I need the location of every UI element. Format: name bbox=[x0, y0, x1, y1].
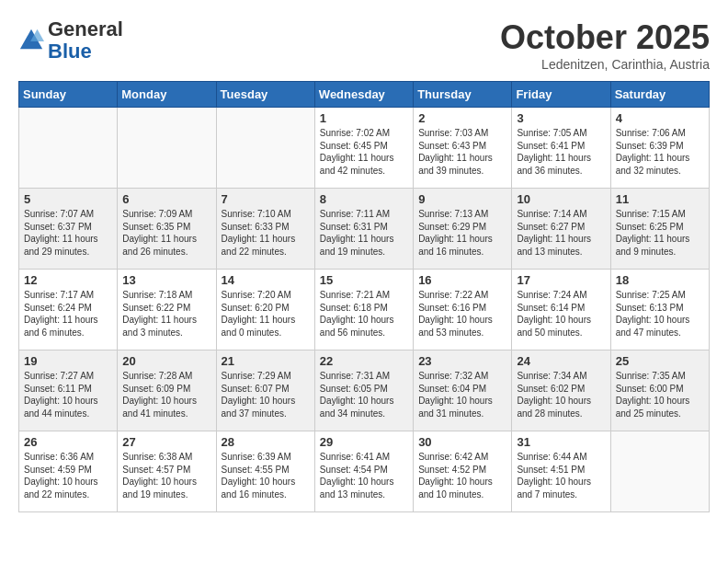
calendar-cell: 23Sunrise: 7:32 AM Sunset: 6:04 PM Dayli… bbox=[414, 350, 512, 431]
day-header-thursday: Thursday bbox=[414, 82, 512, 108]
day-number: 12 bbox=[24, 273, 112, 287]
calendar-cell: 7Sunrise: 7:10 AM Sunset: 6:33 PM Daylig… bbox=[216, 189, 314, 270]
calendar-table: SundayMondayTuesdayWednesdayThursdayFrid… bbox=[18, 81, 710, 512]
calendar-cell: 21Sunrise: 7:29 AM Sunset: 6:07 PM Dayli… bbox=[216, 350, 314, 431]
day-info: Sunrise: 7:09 AM Sunset: 6:35 PM Dayligh… bbox=[122, 208, 210, 258]
day-number: 22 bbox=[320, 354, 408, 368]
day-info: Sunrise: 7:32 AM Sunset: 6:04 PM Dayligh… bbox=[418, 370, 506, 419]
calendar-cell: 28Sunrise: 6:39 AM Sunset: 4:55 PM Dayli… bbox=[216, 431, 314, 512]
day-info: Sunrise: 7:35 AM Sunset: 6:00 PM Dayligh… bbox=[616, 370, 704, 419]
calendar-cell: 11Sunrise: 7:15 AM Sunset: 6:25 PM Dayli… bbox=[610, 189, 709, 270]
day-info: Sunrise: 6:41 AM Sunset: 4:54 PM Dayligh… bbox=[320, 451, 408, 500]
day-number: 28 bbox=[222, 435, 310, 449]
day-info: Sunrise: 7:10 AM Sunset: 6:33 PM Dayligh… bbox=[222, 208, 310, 258]
logo-icon bbox=[18, 28, 44, 53]
day-number: 8 bbox=[320, 192, 408, 206]
day-info: Sunrise: 7:17 AM Sunset: 6:24 PM Dayligh… bbox=[24, 289, 112, 339]
calendar-cell: 27Sunrise: 6:38 AM Sunset: 4:57 PM Dayli… bbox=[118, 431, 216, 512]
calendar-cell bbox=[19, 108, 118, 189]
day-header-saturday: Saturday bbox=[610, 82, 709, 108]
day-info: Sunrise: 7:28 AM Sunset: 6:09 PM Dayligh… bbox=[122, 370, 210, 419]
day-number: 30 bbox=[418, 435, 506, 449]
day-number: 6 bbox=[122, 192, 210, 206]
calendar-cell: 15Sunrise: 7:21 AM Sunset: 6:18 PM Dayli… bbox=[314, 270, 413, 350]
calendar-week-row: 12Sunrise: 7:17 AM Sunset: 6:24 PM Dayli… bbox=[19, 270, 710, 350]
day-header-tuesday: Tuesday bbox=[216, 82, 314, 108]
day-number: 25 bbox=[616, 354, 704, 368]
calendar-cell: 13Sunrise: 7:18 AM Sunset: 6:22 PM Dayli… bbox=[118, 270, 216, 350]
month-title: October 2025 bbox=[500, 18, 710, 57]
calendar-cell: 26Sunrise: 6:36 AM Sunset: 4:59 PM Dayli… bbox=[19, 431, 118, 512]
day-number: 27 bbox=[122, 435, 210, 449]
calendar-cell: 18Sunrise: 7:25 AM Sunset: 6:13 PM Dayli… bbox=[610, 270, 709, 350]
calendar-week-row: 19Sunrise: 7:27 AM Sunset: 6:11 PM Dayli… bbox=[19, 350, 710, 431]
day-info: Sunrise: 7:27 AM Sunset: 6:11 PM Dayligh… bbox=[24, 370, 112, 419]
page-header: General Blue October 2025 Ledenitzen, Ca… bbox=[18, 18, 710, 72]
day-number: 10 bbox=[517, 192, 605, 206]
calendar-cell: 25Sunrise: 7:35 AM Sunset: 6:00 PM Dayli… bbox=[610, 350, 709, 431]
calendar-week-row: 1Sunrise: 7:02 AM Sunset: 6:45 PM Daylig… bbox=[19, 108, 710, 189]
logo: General Blue bbox=[18, 18, 123, 63]
calendar-cell: 22Sunrise: 7:31 AM Sunset: 6:05 PM Dayli… bbox=[314, 350, 413, 431]
day-number: 2 bbox=[418, 111, 506, 125]
calendar-cell bbox=[118, 108, 216, 189]
day-header-wednesday: Wednesday bbox=[314, 82, 413, 108]
calendar-cell: 8Sunrise: 7:11 AM Sunset: 6:31 PM Daylig… bbox=[314, 189, 413, 270]
day-number: 7 bbox=[222, 192, 310, 206]
calendar-cell: 20Sunrise: 7:28 AM Sunset: 6:09 PM Dayli… bbox=[118, 350, 216, 431]
day-number: 21 bbox=[222, 354, 310, 368]
day-info: Sunrise: 6:42 AM Sunset: 4:52 PM Dayligh… bbox=[418, 451, 506, 500]
day-info: Sunrise: 7:18 AM Sunset: 6:22 PM Dayligh… bbox=[122, 289, 210, 339]
day-number: 16 bbox=[418, 273, 506, 287]
day-number: 26 bbox=[24, 435, 112, 449]
day-number: 19 bbox=[24, 354, 112, 368]
day-info: Sunrise: 7:31 AM Sunset: 6:05 PM Dayligh… bbox=[320, 370, 408, 419]
day-number: 3 bbox=[517, 111, 605, 125]
calendar-cell: 31Sunrise: 6:44 AM Sunset: 4:51 PM Dayli… bbox=[512, 431, 610, 512]
day-number: 18 bbox=[616, 273, 704, 287]
calendar-cell: 9Sunrise: 7:13 AM Sunset: 6:29 PM Daylig… bbox=[414, 189, 512, 270]
calendar-cell: 10Sunrise: 7:14 AM Sunset: 6:27 PM Dayli… bbox=[512, 189, 610, 270]
day-number: 15 bbox=[320, 273, 408, 287]
calendar-cell: 30Sunrise: 6:42 AM Sunset: 4:52 PM Dayli… bbox=[414, 431, 512, 512]
day-info: Sunrise: 6:44 AM Sunset: 4:51 PM Dayligh… bbox=[517, 451, 605, 500]
calendar-cell bbox=[216, 108, 314, 189]
day-info: Sunrise: 7:05 AM Sunset: 6:41 PM Dayligh… bbox=[517, 127, 605, 177]
calendar-header-row: SundayMondayTuesdayWednesdayThursdayFrid… bbox=[19, 82, 710, 108]
calendar-cell bbox=[610, 431, 709, 512]
calendar-cell: 5Sunrise: 7:07 AM Sunset: 6:37 PM Daylig… bbox=[19, 189, 118, 270]
day-number: 17 bbox=[517, 273, 605, 287]
day-number: 13 bbox=[122, 273, 210, 287]
day-info: Sunrise: 7:15 AM Sunset: 6:25 PM Dayligh… bbox=[616, 208, 704, 258]
day-header-monday: Monday bbox=[118, 82, 216, 108]
day-number: 9 bbox=[418, 192, 506, 206]
calendar-cell: 14Sunrise: 7:20 AM Sunset: 6:20 PM Dayli… bbox=[216, 270, 314, 350]
title-block: October 2025 Ledenitzen, Carinthia, Aust… bbox=[500, 18, 710, 72]
day-info: Sunrise: 6:39 AM Sunset: 4:55 PM Dayligh… bbox=[222, 451, 310, 500]
calendar-cell: 2Sunrise: 7:03 AM Sunset: 6:43 PM Daylig… bbox=[414, 108, 512, 189]
calendar-cell: 16Sunrise: 7:22 AM Sunset: 6:16 PM Dayli… bbox=[414, 270, 512, 350]
day-info: Sunrise: 7:25 AM Sunset: 6:13 PM Dayligh… bbox=[616, 289, 704, 339]
calendar-week-row: 5Sunrise: 7:07 AM Sunset: 6:37 PM Daylig… bbox=[19, 189, 710, 270]
day-info: Sunrise: 7:14 AM Sunset: 6:27 PM Dayligh… bbox=[517, 208, 605, 258]
logo-text: General Blue bbox=[48, 18, 123, 63]
day-info: Sunrise: 7:13 AM Sunset: 6:29 PM Dayligh… bbox=[418, 208, 506, 258]
day-number: 5 bbox=[24, 192, 112, 206]
calendar-week-row: 26Sunrise: 6:36 AM Sunset: 4:59 PM Dayli… bbox=[19, 431, 710, 512]
day-info: Sunrise: 7:03 AM Sunset: 6:43 PM Dayligh… bbox=[418, 127, 506, 177]
day-info: Sunrise: 7:21 AM Sunset: 6:18 PM Dayligh… bbox=[320, 289, 408, 339]
day-header-sunday: Sunday bbox=[19, 82, 118, 108]
calendar-cell: 3Sunrise: 7:05 AM Sunset: 6:41 PM Daylig… bbox=[512, 108, 610, 189]
day-number: 29 bbox=[320, 435, 408, 449]
day-number: 23 bbox=[418, 354, 506, 368]
calendar-cell: 12Sunrise: 7:17 AM Sunset: 6:24 PM Dayli… bbox=[19, 270, 118, 350]
calendar-cell: 4Sunrise: 7:06 AM Sunset: 6:39 PM Daylig… bbox=[610, 108, 709, 189]
day-info: Sunrise: 6:38 AM Sunset: 4:57 PM Dayligh… bbox=[122, 451, 210, 500]
day-number: 14 bbox=[222, 273, 310, 287]
day-info: Sunrise: 7:24 AM Sunset: 6:14 PM Dayligh… bbox=[517, 289, 605, 339]
day-number: 4 bbox=[616, 111, 704, 125]
day-header-friday: Friday bbox=[512, 82, 610, 108]
day-info: Sunrise: 6:36 AM Sunset: 4:59 PM Dayligh… bbox=[24, 451, 112, 500]
calendar-cell: 1Sunrise: 7:02 AM Sunset: 6:45 PM Daylig… bbox=[314, 108, 413, 189]
calendar-cell: 19Sunrise: 7:27 AM Sunset: 6:11 PM Dayli… bbox=[19, 350, 118, 431]
